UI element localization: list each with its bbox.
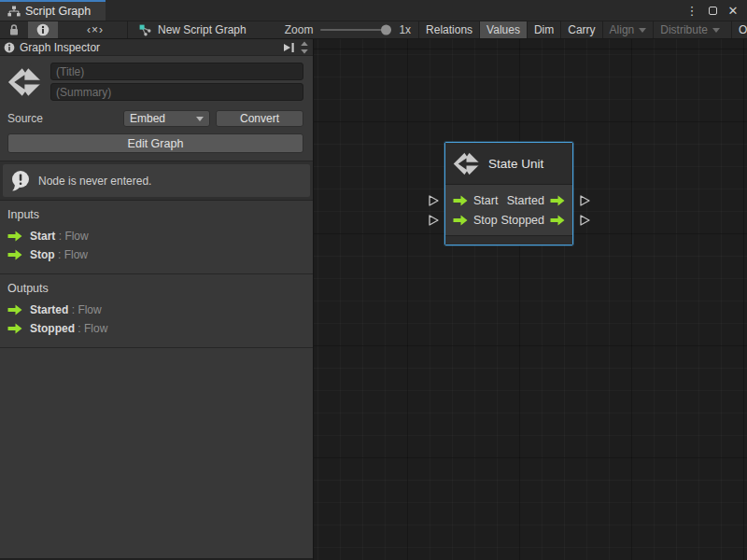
flow-arrow-icon xyxy=(550,215,565,226)
port-row-started: Started : Flow xyxy=(0,301,313,319)
warning-box: Node is never entered. xyxy=(3,164,310,197)
input-port-stop[interactable]: Stop xyxy=(453,214,498,227)
input-connection-triangle[interactable] xyxy=(428,194,440,207)
dock-panel-icon[interactable] xyxy=(283,42,295,53)
port-row-stop: Stop : Flow xyxy=(0,245,313,264)
graph-title-input[interactable] xyxy=(50,63,303,80)
flow-arrow-icon xyxy=(550,195,565,206)
lock-icon xyxy=(8,23,20,36)
convert-button[interactable]: Convert xyxy=(216,110,303,127)
inspector-empty-area xyxy=(0,348,313,558)
inspector-body: Source Embed Convert Edit Graph xyxy=(0,56,313,560)
zoom-value: 1x xyxy=(399,23,411,36)
node-footer xyxy=(445,235,572,245)
window-controls: ⋮ ✕ xyxy=(684,0,747,21)
lock-button[interactable] xyxy=(0,21,28,38)
toolbar-button-values[interactable]: Values xyxy=(480,21,527,38)
output-port-stopped[interactable]: Stopped xyxy=(500,214,565,227)
source-dropdown-value: Embed xyxy=(130,112,165,125)
window-maximize-icon[interactable] xyxy=(704,2,721,19)
toolbar-button-overview[interactable]: Overview xyxy=(732,21,747,38)
inspector-title: Graph Inspector xyxy=(20,41,278,54)
state-unit-icon xyxy=(7,63,43,101)
window-menu-icon[interactable]: ⋮ xyxy=(684,2,700,19)
flow-arrow-icon xyxy=(7,231,22,242)
variables-icon: ‹×› xyxy=(87,23,104,36)
graph-title-block xyxy=(0,56,313,106)
edit-graph-button[interactable]: Edit Graph xyxy=(7,133,303,153)
node-port-row: Stop Stopped xyxy=(445,210,572,230)
inputs-heading: Inputs xyxy=(0,208,313,227)
warning-bubble-icon xyxy=(10,170,31,191)
window-close-icon[interactable]: ✕ xyxy=(725,2,741,19)
source-dropdown[interactable]: Embed xyxy=(123,110,210,127)
blackboard-toggle-button[interactable]: ‹×› xyxy=(78,21,112,38)
scroll-carets-icon[interactable] xyxy=(300,40,309,55)
info-icon xyxy=(4,42,15,53)
toolbar-button-relations[interactable]: Relations xyxy=(419,21,479,38)
tab-script-graph[interactable]: Script Graph xyxy=(0,0,106,21)
tab-bar-empty xyxy=(106,0,684,21)
zoom-slider[interactable] xyxy=(320,21,391,38)
node-ports: Start Started Stop Stopped xyxy=(445,185,572,235)
zoom-control: Zoom 1x xyxy=(277,21,418,38)
output-port-started[interactable]: Started xyxy=(507,194,565,207)
flow-arrow-icon xyxy=(7,249,22,260)
script-graph-icon xyxy=(139,24,152,36)
graph-canvas[interactable]: State Unit Start Started xyxy=(314,39,747,560)
main-area: Graph Inspector xyxy=(0,39,747,560)
outputs-heading: Outputs xyxy=(0,282,313,301)
output-connection-triangle[interactable] xyxy=(579,214,591,227)
maximize-box xyxy=(709,7,717,15)
outputs-section: Outputs Started : Flow Stopped : Flow xyxy=(0,274,313,348)
node-title: State Unit xyxy=(488,157,543,171)
zoom-slider-knob[interactable] xyxy=(381,25,391,35)
tab-bar: Script Graph ⋮ ✕ xyxy=(0,0,747,21)
toolbar-button-carry[interactable]: Carry xyxy=(561,21,601,38)
flow-arrow-icon xyxy=(453,195,468,206)
port-row-stopped: Stopped : Flow xyxy=(0,319,313,338)
graph-toolbar: ‹×› New Script Graph Zoom 1x Relations V… xyxy=(0,21,747,39)
input-port-start[interactable]: Start xyxy=(453,194,498,207)
graph-breadcrumb[interactable]: New Script Graph xyxy=(128,21,253,38)
port-row-start: Start : Flow xyxy=(0,227,313,245)
flow-arrow-icon xyxy=(7,323,22,334)
state-unit-node[interactable]: State Unit Start Started xyxy=(444,142,573,245)
output-connection-triangle[interactable] xyxy=(579,194,591,207)
chevron-down-icon xyxy=(196,117,204,121)
source-label: Source xyxy=(7,112,118,125)
toolbar-button-distribute[interactable]: Distribute xyxy=(654,21,726,38)
warning-strip: Node is never entered. xyxy=(0,161,313,201)
flow-arrow-icon xyxy=(453,215,468,226)
warning-text: Node is never entered. xyxy=(38,175,151,188)
node-port-row: Start Started xyxy=(445,190,572,210)
node-header[interactable]: State Unit xyxy=(445,143,572,185)
tab-title: Script Graph xyxy=(25,5,91,18)
graph-inspector-panel: Graph Inspector xyxy=(0,39,314,560)
script-graph-window: Script Graph ⋮ ✕ ‹×› xyxy=(0,0,747,560)
source-row: Source Embed Convert xyxy=(0,106,313,131)
chevron-down-icon xyxy=(712,28,720,33)
breadcrumb-label: New Script Graph xyxy=(158,23,247,36)
toolbar-button-dim[interactable]: Dim xyxy=(528,21,560,38)
inputs-section: Inputs Start : Flow Stop : Flow xyxy=(0,201,313,274)
input-connection-triangle[interactable] xyxy=(428,214,440,227)
inspector-toggle-button[interactable] xyxy=(28,21,58,38)
info-icon xyxy=(36,23,49,36)
chevron-down-icon xyxy=(639,28,646,33)
toolbar-button-align[interactable]: Align xyxy=(603,21,654,38)
inspector-header: Graph Inspector xyxy=(0,39,313,56)
flow-arrow-icon xyxy=(7,304,22,315)
graph-hierarchy-icon xyxy=(7,6,21,17)
graph-summary-input[interactable] xyxy=(50,83,303,101)
zoom-label: Zoom xyxy=(285,23,314,36)
state-unit-icon xyxy=(453,149,481,178)
